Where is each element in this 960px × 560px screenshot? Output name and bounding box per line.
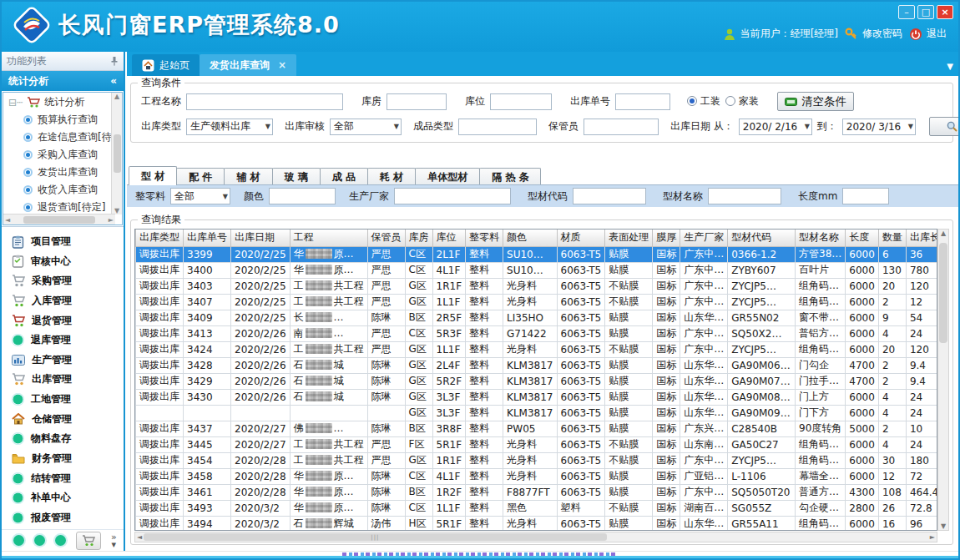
sidebar-item-项目管理[interactable]: 项目管理: [2, 232, 124, 251]
sidebar-item-退库管理[interactable]: 退库管理: [2, 330, 124, 350]
home-radio[interactable]: [725, 96, 735, 106]
column-header-膜厚[interactable]: 膜厚: [653, 230, 680, 246]
table-row[interactable]: 调拨出库34372020/2/27佛…陈琳B区3R8F整料PW056063-T5…: [136, 421, 938, 436]
table-row[interactable]: 调拨出库34582020/2/28华原…陈琳C区4L1F整料光身料6063-T5…: [136, 468, 938, 484]
sidebar-item-结转管理[interactable]: 结转管理: [2, 469, 124, 488]
column-header-出库日期[interactable]: 出库日期: [231, 230, 291, 246]
sidebar-item-生产管理[interactable]: 生产管理: [2, 351, 124, 370]
nav-dot-icon[interactable]: [55, 535, 66, 546]
table-row[interactable]: 调拨出库34932020/3/2华原…陈琳C区1L1F整料黑色塑料不贴膜国标湖南…: [136, 500, 938, 516]
column-header-长度[interactable]: 长度: [846, 230, 879, 246]
grid-vertical-scrollbar[interactable]: ▲▼: [937, 229, 949, 531]
table-row[interactable]: 调拨出库34032020/2/25工共工程严思G区1R1F整料光身料6063-T…: [136, 278, 938, 294]
table-row[interactable]: 调拨出库34452020/2/27工共工程严思F区5R1F整料光身料6063-T…: [136, 436, 938, 452]
table-row[interactable]: G区3L3F整料KLM38176063-T5贴膜国标山东华…GA90M09…门下…: [136, 405, 938, 421]
tree-item-预算执行查询[interactable]: 预算执行查询: [8, 111, 120, 129]
material-tab-辅材[interactable]: 辅 材: [224, 168, 272, 185]
tree-horizontal-scrollbar[interactable]: ◄►: [3, 214, 115, 225]
table-row[interactable]: 调拨出库34072020/2/25工共工程严思G区1L1F整料光身料6063-T…: [136, 294, 938, 310]
tree-root-statistics[interactable]: ⊟┄统计分析: [8, 95, 120, 109]
material-tab-成品[interactable]: 成 品: [320, 168, 368, 185]
grid-horizontal-scrollbar[interactable]: ◄|||►: [134, 532, 937, 542]
tab-start-page[interactable]: 起始页: [132, 54, 200, 76]
column-header-库房[interactable]: 库房: [405, 230, 432, 246]
change-password-button[interactable]: 修改密码: [845, 27, 902, 41]
material-tab-隔热条[interactable]: 隔 热 条: [479, 168, 541, 185]
whole-part-select[interactable]: 全部▼: [170, 188, 230, 204]
radio-home-wrap[interactable]: 家装: [725, 94, 759, 108]
sidebar-item-审核中心[interactable]: 审核中心: [2, 252, 124, 271]
sidebar-item-报废管理[interactable]: 报废管理: [2, 508, 124, 527]
table-row[interactable]: 调拨出库34242020/2/26工共工程严思G区1L1F整料光身料6063-T…: [136, 341, 938, 357]
table-row[interactable]: 调拨出库34092020/2/25长…陈琳B区2R5F整料LI35HO6063-…: [136, 310, 938, 325]
search-button[interactable]: 查 询: [929, 117, 960, 136]
column-header-保管员[interactable]: 保管员: [367, 230, 405, 246]
product-type-input[interactable]: [458, 119, 537, 135]
tree-vertical-scrollbar[interactable]: ▲▼: [111, 93, 122, 214]
cart-shortcut-button[interactable]: [76, 532, 101, 550]
column-header-表面处理[interactable]: 表面处理: [605, 230, 653, 246]
tree-item-在途信息查询[待[interactable]: 在途信息查询[待: [8, 129, 120, 146]
sidebar-item-财务管理[interactable]: 财务管理: [2, 449, 124, 468]
column-header-型材代码[interactable]: 型材代码: [728, 230, 796, 246]
table-row[interactable]: 调拨出库34612020/2/28华原…陈琳B区1R2F整料F8877FT606…: [136, 484, 938, 500]
column-header-型材名称[interactable]: 型材名称: [796, 230, 846, 246]
column-header-出库类型[interactable]: 出库类型: [136, 230, 184, 246]
tree-item-发货出库查询[interactable]: 发货出库查询: [8, 164, 120, 181]
close-button[interactable]: ×: [937, 5, 953, 19]
profile-name-input[interactable]: [708, 188, 781, 204]
project-name-input[interactable]: [186, 93, 343, 110]
material-tab-玻璃[interactable]: 玻 璃: [272, 168, 321, 185]
tree-item-采购入库查询[interactable]: 采购入库查询: [8, 146, 120, 164]
maximize-button[interactable]: □: [917, 5, 934, 19]
warehouse-input[interactable]: [387, 93, 447, 110]
work-radio[interactable]: [687, 96, 697, 106]
nav-dot-icon[interactable]: [34, 535, 45, 546]
material-tab-配件[interactable]: 配 件: [176, 168, 225, 185]
tree-item-收货入库查询[interactable]: 收货入库查询: [8, 181, 120, 199]
sidebar-item-入库管理[interactable]: 入库管理: [2, 291, 124, 310]
date-to-picker[interactable]: 2020/ 3/16▼: [842, 119, 916, 135]
column-header-工程[interactable]: 工程: [290, 230, 367, 246]
tab-shipment-outbound-query[interactable]: 发货出库查询 ×: [200, 54, 296, 76]
pin-icon[interactable]: [110, 56, 119, 66]
profile-code-input[interactable]: [573, 188, 646, 204]
column-header-材质[interactable]: 材质: [557, 230, 605, 246]
keeper-input[interactable]: [584, 119, 659, 135]
column-header-数量[interactable]: 数量: [878, 230, 906, 246]
sidebar-item-采购管理[interactable]: 采购管理: [2, 271, 124, 290]
table-row[interactable]: 调拨出库34942020/3/2石辉城汤伟H区5R1F整料光身料6063-T5贴…: [136, 516, 938, 531]
sidebar-item-工地管理[interactable]: 工地管理: [2, 390, 124, 409]
collapse-icon[interactable]: «: [110, 75, 117, 87]
clear-conditions-button[interactable]: 清空条件: [777, 92, 854, 111]
table-row[interactable]: 调拨出库34302020/2/26石城陈琳G区3L3F整料KLM38176063…: [136, 389, 938, 405]
nav-dot-icon[interactable]: [13, 535, 24, 546]
table-row[interactable]: 调拨出库34292020/2/26石城陈琳G区5R2F整料KLM38176063…: [136, 373, 938, 389]
tab-list-dropdown-icon[interactable]: ▼: [947, 62, 953, 71]
radio-work-wrap[interactable]: 工装: [687, 94, 720, 108]
sidebar-item-物料盘存[interactable]: 物料盘存: [2, 429, 124, 448]
color-input[interactable]: [269, 188, 336, 204]
tab-close-icon[interactable]: ×: [278, 59, 286, 71]
column-header-库位[interactable]: 库位: [432, 230, 466, 246]
column-header-颜色[interactable]: 颜色: [503, 230, 557, 246]
location-input[interactable]: [490, 93, 552, 110]
table-row[interactable]: 调拨出库34132020/2/26南…严思C区5R3F整料G714226063-…: [136, 325, 938, 341]
out-type-select[interactable]: 生产领料出库▼: [186, 119, 273, 135]
table-row[interactable]: 调拨出库33992020/2/25华原…严思C区2L1F整料SU10…6063-…: [136, 246, 938, 262]
material-tab-耗材[interactable]: 耗 材: [367, 168, 416, 185]
order-no-input[interactable]: [615, 93, 670, 110]
sidebar-item-退货管理[interactable]: 退货管理: [2, 311, 124, 330]
table-row[interactable]: 调拨出库34542020/2/28工共工程严思G区1R1F整料光身料6063-T…: [136, 452, 938, 468]
column-header-出库长度[interactable]: 出库长度: [906, 230, 937, 246]
logout-button[interactable]: 退出: [909, 27, 947, 41]
sidebar-item-出库管理[interactable]: 出库管理: [2, 370, 124, 389]
material-tab-单体型材[interactable]: 单体型材: [415, 168, 480, 185]
table-row[interactable]: 调拨出库34002020/2/25华原…严思C区4L1F整料SU10…6063-…: [136, 262, 938, 278]
column-header-生产厂家[interactable]: 生产厂家: [680, 230, 728, 246]
length-input[interactable]: [842, 188, 889, 204]
date-from-picker[interactable]: 2020/ 2/16▼: [739, 119, 812, 135]
sidebar-section-title[interactable]: 统计分析: [8, 74, 48, 88]
sidebar-item-仓储管理[interactable]: 仓储管理: [2, 410, 124, 429]
table-row[interactable]: 调拨出库34282020/2/26石城陈琳G区2L4F整料KLM38176063…: [136, 357, 938, 373]
